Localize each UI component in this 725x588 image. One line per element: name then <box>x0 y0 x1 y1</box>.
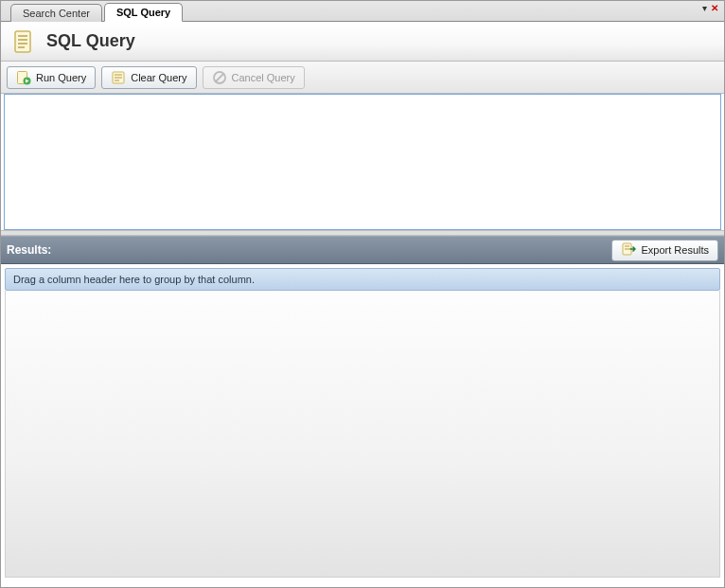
sql-document-icon <box>10 28 37 55</box>
button-label: Cancel Query <box>232 72 295 83</box>
play-icon <box>16 70 31 85</box>
group-by-bar[interactable]: Drag a column header here to group by th… <box>5 268 720 291</box>
group-by-hint: Drag a column header here to group by th… <box>13 274 255 285</box>
cancel-icon <box>212 70 227 85</box>
tab-label: SQL Query <box>116 7 170 18</box>
tab-sql-query[interactable]: SQL Query <box>104 3 183 22</box>
tab-label: Search Center <box>23 8 90 19</box>
button-label: Run Query <box>36 72 86 83</box>
button-label: Clear Query <box>131 72 186 83</box>
svg-line-13 <box>216 74 223 81</box>
results-label: Results: <box>7 243 51 257</box>
run-query-button[interactable]: Run Query <box>7 66 96 89</box>
export-icon <box>621 241 636 258</box>
tab-search-center[interactable]: Search Center <box>10 4 102 22</box>
button-label: Export Results <box>641 244 709 256</box>
results-grid <box>5 291 720 578</box>
clear-icon <box>111 70 126 85</box>
toolbar: Run Query Clear Query Cancel Query <box>1 62 724 94</box>
query-editor-container <box>4 94 721 230</box>
header-banner: SQL Query <box>1 22 724 62</box>
tab-strip: Search Center SQL Query ▾ ✕ <box>1 1 724 22</box>
results-header: Results: Export Results <box>1 236 724 264</box>
tab-menu-icon[interactable]: ▾ <box>702 3 707 13</box>
clear-query-button[interactable]: Clear Query <box>101 66 196 89</box>
export-results-button[interactable]: Export Results <box>611 240 718 261</box>
cancel-query-button: Cancel Query <box>203 66 305 89</box>
close-icon[interactable]: ✕ <box>711 4 718 13</box>
svg-rect-0 <box>15 31 30 52</box>
query-input[interactable] <box>5 95 720 229</box>
tab-controls: ▾ ✕ <box>702 3 718 13</box>
page-title: SQL Query <box>46 31 135 51</box>
